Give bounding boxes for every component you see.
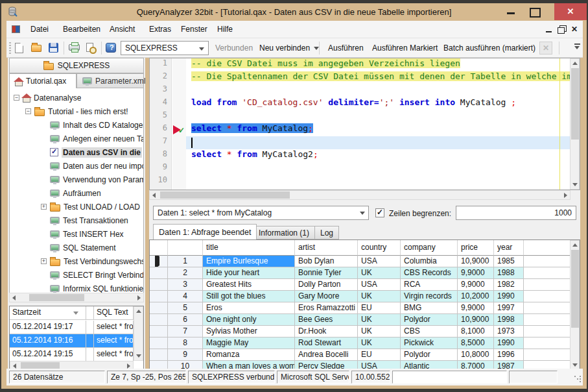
tree-item[interactable]: SQL Statement <box>10 241 116 254</box>
toolbar-grip[interactable] <box>9 42 11 54</box>
menu-hilfe[interactable]: Hilfe <box>211 21 239 38</box>
tree-item-tutorial[interactable]: −Tutorial - lies mich erst! <box>10 104 128 118</box>
cell-price[interactable]: 10,9000 <box>458 314 494 326</box>
cell-year[interactable]: 1973 <box>494 326 524 337</box>
history-col-sqltext[interactable]: SQL Text <box>94 306 134 320</box>
scroll-up-icon[interactable] <box>572 243 578 247</box>
cell-country[interactable]: UK <box>358 267 401 279</box>
cell-artist[interactable]: Bonnie Tyler <box>295 267 358 279</box>
scrollbar-thumb[interactable] <box>160 191 290 199</box>
tree-item[interactable]: Anlegen einer neuen Tab <box>10 132 144 145</box>
editor-vertical-scrollbar[interactable] <box>570 58 580 190</box>
tree-item-selected[interactable]: Daten aus CSV in die <box>10 145 142 159</box>
scrollbar-thumb[interactable] <box>21 362 60 369</box>
server-header[interactable]: SQLEXPRESS <box>9 58 144 73</box>
scrollbar-thumb[interactable] <box>571 68 579 140</box>
cell-year[interactable]: 1997 <box>494 302 524 314</box>
grid-row[interactable]: 4 Still got the blues Gary Moore UK Virg… <box>150 291 570 302</box>
row-selector[interactable] <box>150 279 168 291</box>
code-area[interactable]: -- die CSV Datei muss im angegeben Verze… <box>186 58 570 190</box>
tree-item[interactable]: Verwendung von Param <box>10 173 144 186</box>
scroll-down-icon[interactable] <box>136 354 141 358</box>
cell-title[interactable]: Maggie May <box>203 337 295 349</box>
cell-title[interactable]: Still got the blues <box>203 291 295 302</box>
grid-row[interactable]: 6 One night only Bee Gees UK Polydor 10,… <box>150 314 570 326</box>
maximize-button[interactable] <box>524 3 544 20</box>
tab-log[interactable]: Log <box>314 226 339 239</box>
scroll-down-icon[interactable] <box>572 183 578 186</box>
cell-country[interactable]: UK <box>358 337 401 349</box>
mdi-restore-icon[interactable] <box>557 25 567 34</box>
cell-company[interactable]: CBS Records <box>401 267 458 279</box>
cell-title[interactable]: Romanza <box>203 349 295 361</box>
scrollbar-thumb[interactable] <box>29 294 84 301</box>
print-button[interactable] <box>67 41 82 55</box>
scroll-left-icon[interactable] <box>12 295 16 300</box>
cell-price[interactable]: 9,9000 <box>458 302 494 314</box>
collapse-icon[interactable]: − <box>14 95 19 101</box>
grid-row[interactable]: 5 Eros Eros Ramazzotti EU BMG 9,9000 199… <box>150 302 570 314</box>
mdi-close-icon[interactable] <box>570 25 580 34</box>
menu-extras[interactable]: Extras <box>143 21 177 38</box>
history-row[interactable]: 05.12.2014 19:15 select * from M <box>10 348 134 361</box>
row-selector[interactable] <box>150 291 168 302</box>
tab-parameter-xml[interactable]: Parameter.xml <box>76 73 144 88</box>
grid-col-price[interactable]: price <box>458 240 494 256</box>
cell-artist[interactable]: Dolly Parton <box>295 279 358 291</box>
cell-company[interactable]: BMG <box>401 302 458 314</box>
cell-title[interactable]: Greatest Hits <box>203 279 295 291</box>
cell-company[interactable]: Columbia <box>401 256 458 267</box>
grid-col-year[interactable]: year <box>494 240 524 256</box>
help-button[interactable] <box>104 41 118 55</box>
cell-price[interactable]: 9,9000 <box>458 267 494 279</box>
cell-company[interactable]: Pickwick <box>401 337 458 349</box>
grid-col-country[interactable]: country <box>358 240 401 256</box>
cell-artist[interactable]: Andrea Bocelli <box>295 349 358 361</box>
scroll-right-icon[interactable] <box>127 363 130 369</box>
tree-item[interactable]: Daten aus der neu impor <box>10 159 144 173</box>
cell-price[interactable]: 10,8000 <box>458 349 494 361</box>
grid-row[interactable]: 9 Romanza Andrea Bocelli EU Polydor 10,8… <box>150 349 570 361</box>
grid-col-title[interactable]: title <box>203 240 295 256</box>
tree-item[interactable]: Aufräumen <box>10 186 101 200</box>
cell-artist[interactable]: Rod Stewart <box>295 337 358 349</box>
grid-vertical-scrollbar[interactable] <box>570 240 580 370</box>
cell-company[interactable]: RCA <box>401 279 458 291</box>
grid-row[interactable]: 7 Sylvias Mother Dr.Hook UK CBS 8,1000 1… <box>150 326 570 337</box>
cell-title[interactable]: Hide your heart <box>203 267 295 279</box>
expand-icon[interactable]: + <box>41 258 47 264</box>
row-selector[interactable] <box>150 314 168 326</box>
checked-checkbox-icon[interactable] <box>50 148 58 156</box>
cell-price[interactable]: 8,1000 <box>458 326 494 337</box>
title-bar[interactable]: QueryAnalyzer 32bit - [Tutorial.qax - Da… <box>1 3 587 21</box>
open-file-button[interactable] <box>30 41 44 55</box>
tree-item[interactable]: Test INSERT Hex <box>10 227 124 241</box>
cell-artist[interactable]: Gary Moore <box>295 291 358 302</box>
cell-price[interactable]: 8,5000 <box>458 337 494 349</box>
scroll-up-icon[interactable] <box>572 62 578 65</box>
cell-company[interactable]: Polydor <box>401 349 458 361</box>
grid-col-company[interactable]: company <box>401 240 458 256</box>
collapse-icon[interactable]: − <box>25 108 31 114</box>
scroll-right-icon[interactable] <box>564 193 567 198</box>
limit-rows-input[interactable]: 1000 <box>456 206 576 220</box>
editor-horizontal-scrollbar[interactable] <box>149 190 570 200</box>
connection-combobox[interactable]: SQLEXPRESS <box>121 41 209 55</box>
row-selector[interactable] <box>150 267 168 279</box>
cell-country[interactable]: UK <box>358 291 401 302</box>
menu-fenster[interactable]: Fenster <box>175 21 213 38</box>
scroll-left-icon[interactable] <box>13 363 16 369</box>
cell-artist[interactable]: Dr.Hook <box>295 326 358 337</box>
cell-price[interactable]: 10,2000 <box>458 291 494 302</box>
run-marked-button[interactable]: Ausführen Markiert <box>368 41 441 55</box>
cell-artist[interactable]: Eros Ramazzotti <box>295 302 358 314</box>
save-button[interactable] <box>47 41 61 55</box>
tree-item[interactable]: SELECT Bringt Verbindu <box>10 268 144 282</box>
cell-title[interactable]: Sylvias Mother <box>203 326 295 337</box>
row-selector[interactable] <box>150 256 168 267</box>
row-selector[interactable] <box>150 337 168 349</box>
tab-daten1-result[interactable]: Daten 1: Abfrage beendet <box>153 224 257 239</box>
batch-run-button[interactable]: Batch ausführen (markiert) <box>440 41 539 55</box>
cell-company[interactable]: Virgin records <box>401 291 458 302</box>
expand-icon[interactable]: + <box>41 204 47 210</box>
